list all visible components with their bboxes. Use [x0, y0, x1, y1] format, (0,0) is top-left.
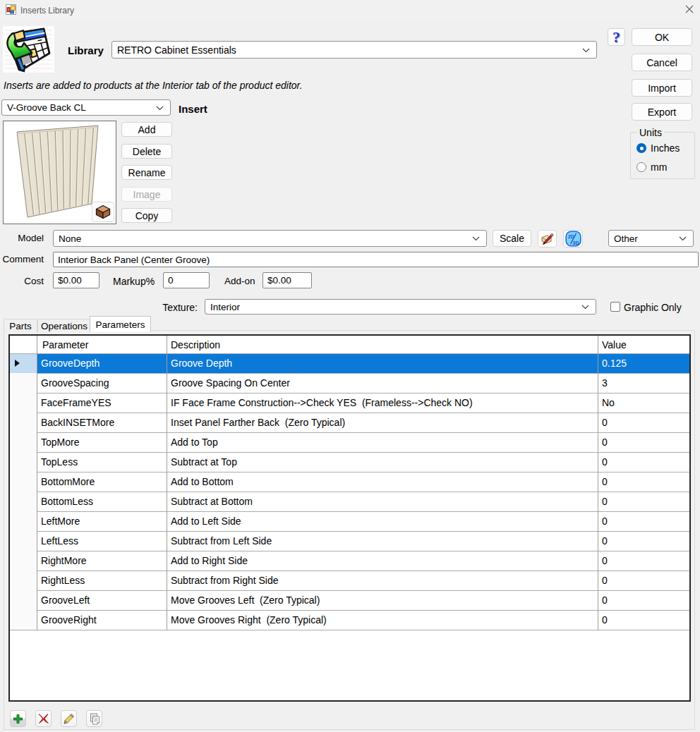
row-header[interactable] — [10, 511, 37, 531]
grid-row-GrooveRight[interactable]: GrooveRightMove Grooves Right (Zero Typi… — [10, 610, 689, 630]
grid-row-TopMore[interactable]: TopMoreAdd to Top0 — [10, 432, 689, 452]
row-header[interactable] — [10, 452, 37, 472]
cell-description[interactable]: Subtract at Top — [171, 452, 596, 472]
cell-value[interactable]: 0 — [602, 610, 687, 630]
cell-description[interactable]: Subtract from Right Side — [171, 571, 596, 590]
cell-description[interactable]: Inset Panel Farther Back (Zero Typical) — [171, 413, 596, 432]
grid-row-BottomMore[interactable]: BottomMoreAdd to Bottom0 — [10, 472, 689, 492]
cell-parameter[interactable]: GrooveDepth — [41, 353, 165, 373]
grid-row-GrooveSpacing[interactable]: GrooveSpacingGroove Spacing On Center3 — [10, 373, 689, 393]
grid-add-button[interactable] — [10, 710, 26, 727]
markup-input[interactable]: 0 — [163, 272, 210, 288]
grid-copy-button[interactable] — [86, 710, 102, 727]
graphic-only-checkbox[interactable] — [610, 302, 620, 312]
row-header[interactable] — [10, 551, 37, 571]
cell-description[interactable]: Move Grooves Left (Zero Typical) — [171, 590, 596, 610]
category-select[interactable]: Other — [608, 230, 694, 247]
tab-operations[interactable]: Operations — [37, 319, 91, 332]
cell-parameter[interactable]: FaceFrameYES — [41, 393, 165, 413]
cell-description[interactable]: Add to Bottom — [171, 472, 596, 492]
add-button[interactable]: Add — [121, 122, 172, 137]
cell-description[interactable]: Move Grooves Right (Zero Typical) — [171, 610, 596, 630]
cell-description[interactable]: IF Face Frame Construction-->Check YES (… — [171, 393, 596, 413]
row-header[interactable] — [10, 432, 37, 452]
row-header[interactable] — [10, 393, 37, 413]
cell-parameter[interactable]: GrooveLeft — [41, 590, 165, 610]
cell-parameter[interactable]: TopLess — [41, 452, 165, 472]
cell-value[interactable]: 0 — [602, 452, 687, 472]
radio-inches[interactable]: Inches — [636, 142, 680, 154]
copy-button[interactable]: Copy — [121, 208, 172, 223]
cube-view-button[interactable] — [92, 202, 114, 222]
row-header[interactable] — [10, 531, 37, 551]
grid-row-RightMore[interactable]: RightMoreAdd to Right Side0 — [10, 551, 689, 571]
tab-parts[interactable]: Parts — [4, 319, 37, 332]
cell-value[interactable]: 0 — [602, 590, 687, 610]
grid-row-RightLess[interactable]: RightLessSubtract from Right Side0 — [10, 571, 689, 590]
cell-value[interactable]: 0 — [602, 531, 687, 551]
sketch-model-button[interactable] — [538, 230, 557, 248]
cell-value[interactable]: 0 — [602, 551, 687, 571]
cell-value[interactable]: 0 — [602, 472, 687, 492]
cell-parameter[interactable]: LeftMore — [41, 511, 165, 531]
scale-button[interactable]: Scale — [493, 230, 531, 247]
export-button[interactable]: Export — [632, 103, 692, 121]
row-header[interactable] — [10, 571, 37, 590]
image-button[interactable]: Image — [121, 187, 172, 202]
cell-parameter[interactable]: GrooveRight — [41, 610, 165, 630]
tab-parameters[interactable]: Parameters — [90, 316, 151, 332]
cell-description[interactable]: Add to Left Side — [171, 511, 596, 531]
cell-value[interactable]: 0 — [602, 571, 687, 590]
row-header[interactable] — [10, 492, 37, 511]
cell-value[interactable]: 3 — [602, 373, 687, 393]
cell-parameter[interactable]: BottomLess — [41, 492, 165, 511]
cancel-button[interactable]: Cancel — [632, 54, 692, 71]
row-header[interactable] — [10, 413, 37, 432]
rename-button[interactable]: Rename — [121, 165, 172, 180]
cell-value[interactable]: 0.125 — [602, 353, 687, 373]
cell-description[interactable]: Groove Spacing On Center — [171, 373, 596, 393]
row-header[interactable] — [10, 373, 37, 393]
grid-delete-button[interactable] — [35, 710, 52, 727]
row-header[interactable] — [10, 472, 37, 492]
view-2d3d-button[interactable]: 2D 3D — [563, 230, 583, 248]
library-select[interactable]: RETRO Cabinet Essentials — [111, 41, 597, 59]
row-header[interactable] — [10, 610, 37, 630]
radio-inches-circle[interactable] — [636, 143, 646, 153]
texture-select[interactable]: Interior — [205, 299, 596, 315]
cell-description[interactable]: Subtract from Left Side — [171, 531, 596, 551]
radio-mm[interactable]: mm — [636, 161, 667, 173]
grid-row-LeftMore[interactable]: LeftMoreAdd to Left Side0 — [10, 511, 689, 531]
grid-row-TopLess[interactable]: TopLessSubtract at Top0 — [10, 452, 689, 472]
help-button[interactable]: ? — [608, 28, 625, 46]
row-header[interactable] — [10, 590, 37, 610]
close-button[interactable] — [679, 0, 700, 18]
cell-value[interactable]: 0 — [602, 413, 687, 432]
cell-value[interactable]: 0 — [602, 492, 687, 511]
cell-value[interactable]: 0 — [602, 432, 687, 452]
grid-edit-button[interactable] — [61, 710, 77, 727]
ok-button[interactable]: OK — [632, 28, 692, 46]
comment-input[interactable]: Interior Back Panel (Center Groove) — [53, 252, 699, 267]
grid-row-LeftLess[interactable]: LeftLessSubtract from Left Side0 — [10, 531, 689, 551]
delete-button[interactable]: Delete — [121, 144, 172, 159]
cell-value[interactable]: 0 — [602, 511, 687, 531]
cell-parameter[interactable]: LeftLess — [41, 531, 165, 551]
cell-parameter[interactable]: BackINSETMore — [41, 413, 165, 432]
cell-description[interactable]: Add to Top — [171, 432, 596, 452]
import-button[interactable]: Import — [632, 79, 692, 97]
cell-value[interactable]: No — [602, 393, 687, 413]
grid-row-BottomLess[interactable]: BottomLessSubtract at Bottom0 — [10, 492, 689, 511]
grid-row-GrooveLeft[interactable]: GrooveLeftMove Grooves Left (Zero Typica… — [10, 590, 689, 610]
cell-parameter[interactable]: RightMore — [41, 551, 165, 571]
cell-parameter[interactable]: BottomMore — [41, 472, 165, 492]
grid-row-GrooveDepth[interactable]: GrooveDepthGroove Depth0.125 — [10, 353, 689, 373]
cell-description[interactable]: Subtract at Bottom — [171, 492, 596, 511]
cell-description[interactable]: Groove Depth — [171, 353, 596, 373]
radio-mm-circle[interactable] — [636, 162, 646, 172]
cell-description[interactable]: Add to Right Side — [171, 551, 596, 571]
cell-parameter[interactable]: RightLess — [41, 571, 165, 590]
model-select[interactable]: None — [53, 230, 487, 247]
cell-parameter[interactable]: GrooveSpacing — [41, 373, 165, 393]
grid-row-BackINSETMore[interactable]: BackINSETMoreInset Panel Farther Back (Z… — [10, 413, 689, 432]
